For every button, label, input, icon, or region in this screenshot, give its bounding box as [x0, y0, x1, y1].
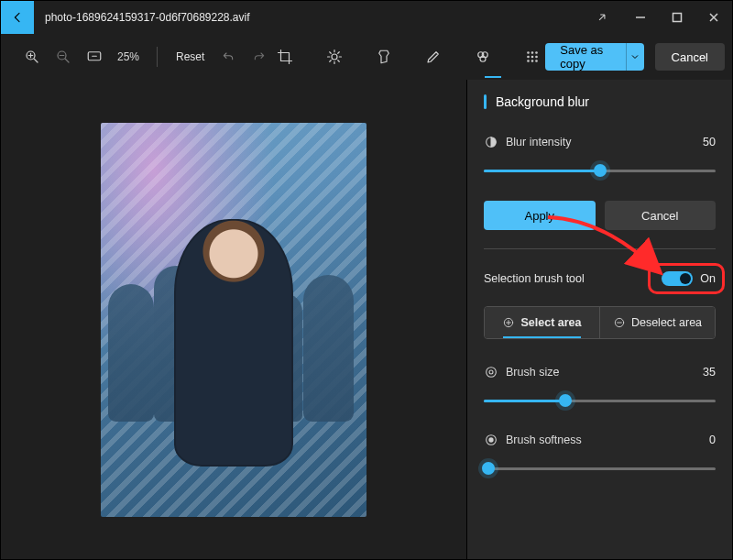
blur-intensity-label: Blur intensity [506, 136, 572, 148]
svg-rect-0 [673, 14, 682, 22]
file-name: photo-1689624159317-0d6f70689228.avif [45, 11, 250, 24]
brush-size-value: 35 [703, 366, 716, 379]
svg-point-16 [536, 60, 538, 62]
brush-size-row: Brush size 35 [484, 365, 716, 379]
edit-mode-tabs [272, 44, 545, 70]
main-toolbar: 25% Reset [1, 34, 732, 80]
svg-point-14 [528, 60, 530, 62]
panel-divider [484, 248, 716, 249]
blur-intensity-value: 50 [703, 136, 716, 148]
minimize-button[interactable] [622, 1, 659, 34]
panel-title: Background blur [484, 94, 716, 109]
selection-brush-row: Selection brush tool On [484, 271, 716, 286]
save-menu-button[interactable] [626, 43, 644, 71]
zoom-group: 25% Reset [19, 44, 272, 70]
active-tab-indicator [485, 76, 501, 78]
svg-point-10 [536, 52, 538, 54]
markup-tab[interactable] [421, 44, 446, 70]
crop-tab[interactable] [272, 44, 298, 70]
soft-circle-icon [484, 433, 498, 447]
deselect-area-label: Deselect area [631, 316, 702, 329]
window-controls [582, 1, 732, 34]
canvas-area[interactable] [1, 80, 466, 559]
deselect-area-option[interactable]: Deselect area [599, 307, 715, 338]
half-circle-icon [484, 135, 498, 149]
blur-intensity-row: Blur intensity 50 [484, 135, 716, 149]
svg-point-13 [536, 56, 538, 58]
brush-softness-slider[interactable] [484, 460, 716, 477]
separator [157, 47, 158, 67]
retouch-tab[interactable] [470, 44, 496, 70]
close-button[interactable] [695, 1, 732, 34]
content-area: Background blur Blur intensity 50 Apply … [1, 80, 732, 559]
svg-point-9 [532, 52, 534, 54]
maximize-button[interactable] [659, 1, 695, 34]
brush-softness-label: Brush softness [506, 434, 582, 446]
target-icon [484, 365, 498, 379]
filter-tab[interactable] [371, 44, 397, 70]
svg-point-4 [332, 54, 337, 60]
apply-button[interactable]: Apply [484, 201, 596, 230]
brush-softness-value: 0 [709, 434, 716, 446]
selection-brush-state: On [700, 272, 716, 285]
reset-button[interactable]: Reset [170, 50, 210, 63]
open-external-button[interactable] [582, 1, 622, 34]
blur-tab[interactable] [520, 44, 545, 70]
minus-circle-icon [613, 316, 626, 329]
photo-preview[interactable] [101, 123, 366, 517]
app-window: photo-1689624159317-0d6f70689228.avif [0, 0, 733, 560]
adjust-tab[interactable] [322, 44, 347, 70]
selection-brush-label: Selection brush tool [484, 272, 585, 285]
select-area-option[interactable]: Select area [485, 307, 599, 338]
fit-screen-button[interactable] [82, 44, 107, 70]
select-area-label: Select area [520, 316, 581, 329]
plus-circle-icon [502, 316, 515, 329]
action-group: Save as copy Cancel [545, 43, 725, 71]
selection-brush-toggle[interactable] [662, 271, 693, 286]
redo-button[interactable] [246, 44, 272, 70]
cancel-button-side[interactable]: Cancel [605, 201, 717, 230]
side-panel: Background blur Blur intensity 50 Apply … [466, 80, 732, 559]
title-bar: photo-1689624159317-0d6f70689228.avif [1, 1, 732, 34]
brush-softness-row: Brush softness 0 [484, 433, 716, 447]
save-as-copy-split: Save as copy [545, 43, 643, 71]
svg-point-21 [489, 370, 493, 374]
undo-button[interactable] [215, 44, 241, 70]
brush-size-label: Brush size [506, 366, 559, 379]
brush-size-slider[interactable] [484, 392, 716, 409]
apply-cancel-row: Apply Cancel [484, 201, 716, 230]
svg-point-23 [488, 437, 493, 442]
back-button[interactable] [1, 1, 34, 34]
svg-point-8 [528, 52, 530, 54]
blur-intensity-slider[interactable] [484, 162, 716, 179]
foreground-subject [174, 219, 293, 467]
svg-point-15 [532, 60, 534, 62]
cancel-button-top[interactable]: Cancel [655, 43, 725, 71]
svg-point-11 [528, 56, 530, 58]
area-mode-segment: Select area Deselect area [484, 306, 716, 339]
zoom-percent[interactable]: 25% [113, 50, 144, 63]
zoom-out-button[interactable] [50, 44, 76, 70]
svg-point-12 [532, 56, 534, 58]
svg-point-20 [487, 368, 497, 378]
save-as-copy-button[interactable]: Save as copy [545, 43, 626, 71]
zoom-in-button[interactable] [19, 44, 45, 70]
